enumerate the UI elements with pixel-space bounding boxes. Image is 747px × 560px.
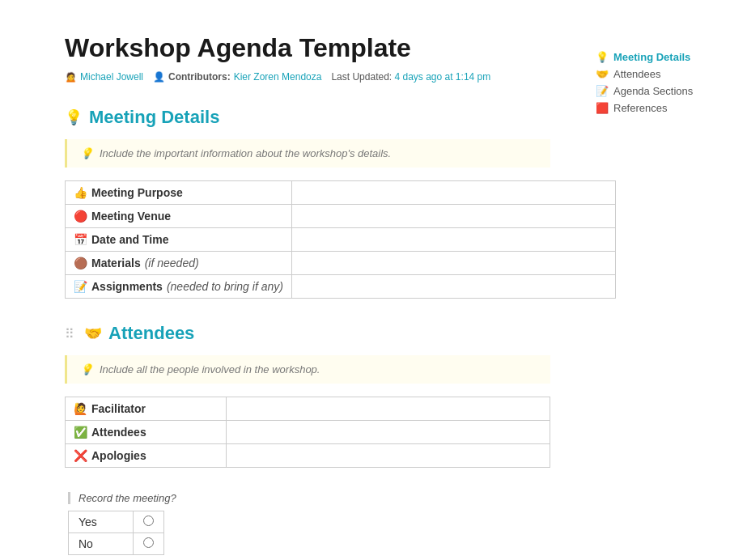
main-content: Workshop Agenda Template 🙍 Michael Jowel… [0,0,583,560]
row-icon: 🔴 [74,210,87,223]
row-label-text: Facilitator [91,402,146,415]
row-extra: (if needed) [145,257,199,269]
row-label: 👍 Meeting Purpose [74,186,283,199]
table-row: 📅 Date and Time [66,228,616,252]
row-icon: 📅 [74,233,87,246]
table-row: 🟤 Materials (if needed) [66,252,616,275]
row-label-text: Meeting Venue [91,210,171,223]
sidebar-label: Attendees [613,68,661,80]
row-label-text: Materials [91,257,141,269]
row-value[interactable] [227,421,550,444]
attendees-title: Attendees [108,323,194,344]
sidebar-label: Meeting Details [613,51,690,63]
sidebar-item-meeting-details[interactable]: 💡Meeting Details [596,49,732,66]
meeting-details-title: Meeting Details [89,107,219,128]
row-icon: 📝 [74,280,87,293]
sidebar-icon: 🤝 [596,68,609,80]
attendees-table: 🙋 Facilitator✅ Attendees❌ Apologies [65,397,550,468]
row-label: 🔴 Meeting Venue [74,210,283,223]
radio-option-cell[interactable] [134,533,164,555]
sidebar-item-references[interactable]: 🟥References [596,100,732,117]
row-value[interactable] [227,397,550,421]
radio-option-label: Yes [69,511,134,533]
row-value[interactable] [291,228,615,252]
radio-option-cell[interactable] [134,511,164,533]
row-label: 📅 Date and Time [74,233,283,246]
radio-input[interactable] [143,515,154,526]
author-icon: 🙍 [65,71,77,83]
meeting-details-header: 💡 Meeting Details [65,107,550,128]
sidebar-nav: 💡Meeting Details🤝Attendees📝Agenda Sectio… [596,49,732,117]
row-icon: 👍 [74,186,87,199]
row-label: ❌ Apologies [74,449,218,462]
updated-value: 4 days ago at 1:14 pm [394,71,490,83]
attendees-section: ⠿ 🤝 Attendees 💡 Include all the people i… [65,323,550,555]
row-label-text: Attendees [91,426,146,439]
radio-option-label: No [69,533,134,555]
sidebar-icon: 💡 [596,51,609,63]
page-layout: Workshop Agenda Template 🙍 Michael Jowel… [0,0,747,560]
sidebar-icon: 📝 [596,85,609,97]
row-icon: 🙋 [74,402,87,415]
row-label: 🟤 Materials (if needed) [74,257,283,269]
row-value[interactable] [227,444,550,468]
sidebar-item-agenda-sections[interactable]: 📝Agenda Sections [596,83,732,100]
updated-label: Last Updated: [331,71,392,83]
table-row: 🔴 Meeting Venue [66,205,616,228]
row-label: 🙋 Facilitator [74,402,218,415]
row-value[interactable] [291,252,615,275]
attendees-hint: 💡 Include all the people involved in the… [65,355,550,384]
row-label: ✅ Attendees [74,426,218,439]
sidebar: 💡Meeting Details🤝Attendees📝Agenda Sectio… [583,0,745,560]
record-label: Record the meeting? [68,492,550,504]
hint-bulb-icon: 💡 [80,147,93,159]
sidebar-label: References [613,102,667,114]
drag-handle-icon: ⠿ [65,326,74,342]
hint-text: Include the important information about … [100,147,391,159]
sidebar-icon: 🟥 [596,102,609,114]
table-row: ✅ Attendees [66,421,550,444]
row-label-text: Apologies [91,449,146,462]
row-extra: (needed to bring if any) [167,280,283,293]
meeting-details-icon: 💡 [65,108,83,126]
table-row: 📝 Assignments (needed to bring if any) [66,275,616,299]
page-title: Workshop Agenda Template [65,32,550,63]
attendees-hint-text: Include all the people involved in the w… [100,363,320,375]
row-value[interactable] [291,181,615,205]
author-name[interactable]: Michael Jowell [80,71,143,83]
contributors-label: Contributors: [168,71,231,83]
radio-row: Yes [69,511,164,533]
radio-input[interactable] [143,537,154,548]
meta-author: 🙍 Michael Jowell [65,71,143,83]
meta-updated: Last Updated: 4 days ago at 1:14 pm [331,71,490,83]
row-label-text: Date and Time [91,233,168,246]
table-row: 🙋 Facilitator [66,397,550,421]
row-label-text: Assignments [91,280,163,293]
row-icon: ✅ [74,426,87,439]
contributors-names[interactable]: Kier Zoren Mendoza [234,71,322,83]
attendees-bulb-icon: 💡 [80,363,93,375]
table-row: ❌ Apologies [66,444,550,468]
meeting-details-hint: 💡 Include the important information abou… [65,139,550,168]
table-row: 👍 Meeting Purpose [66,181,616,205]
row-icon: ❌ [74,449,87,462]
radio-row: No [69,533,164,555]
attendees-header: ⠿ 🤝 Attendees [65,323,550,344]
row-icon: 🟤 [74,257,87,269]
row-value[interactable] [291,275,615,299]
attendees-icon: 🤝 [84,325,102,342]
sidebar-label: Agenda Sections [613,85,693,97]
row-value[interactable] [291,205,615,228]
row-label: 📝 Assignments (needed to bring if any) [74,280,283,293]
sidebar-item-attendees[interactable]: 🤝Attendees [596,66,732,83]
contributors-person-icon: 👤 [153,71,165,83]
meeting-details-table: 👍 Meeting Purpose🔴 Meeting Venue📅 Date a… [65,180,616,299]
meta-contributors: 👤 Contributors: Kier Zoren Mendoza [153,71,321,83]
meta-bar: 🙍 Michael Jowell 👤 Contributors: Kier Zo… [65,71,550,83]
radio-table: YesNo [68,511,164,555]
record-meeting-block: Record the meeting? YesNo [65,492,550,555]
meeting-details-section: 💡 Meeting Details 💡 Include the importan… [65,107,550,299]
row-label-text: Meeting Purpose [91,186,183,199]
